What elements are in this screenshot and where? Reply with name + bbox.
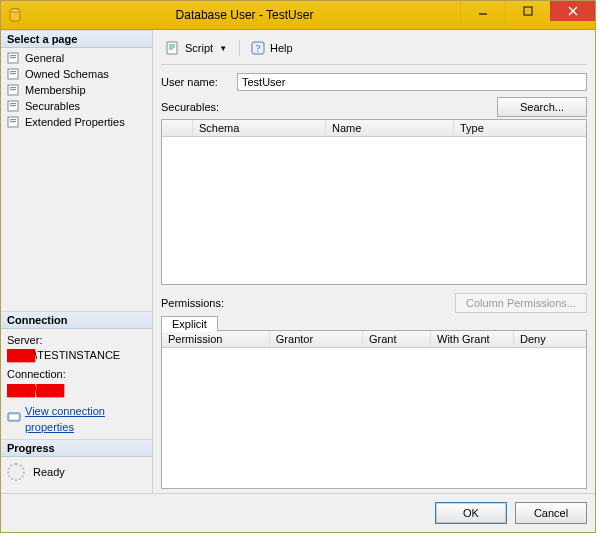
progress-spinner-icon	[7, 463, 25, 481]
page-label: General	[25, 52, 64, 64]
permissions-grid-header: Permission Grantor Grant With Grant Deny	[162, 331, 586, 348]
svg-rect-7	[10, 55, 16, 56]
progress-status: Ready	[33, 466, 65, 478]
page-item-extended-properties[interactable]: Extended Properties	[5, 114, 148, 130]
script-label: Script	[185, 42, 213, 54]
footer: OK Cancel	[1, 493, 595, 532]
svg-rect-8	[10, 57, 16, 58]
page-label: Membership	[25, 84, 86, 96]
svg-rect-10	[10, 71, 16, 72]
dialog-window: Database User - TestUser Select a page	[0, 0, 596, 533]
col-schema: Schema	[193, 120, 326, 136]
col-name: Name	[326, 120, 454, 136]
svg-rect-16	[10, 103, 16, 104]
server-value: ████\TESTINSTANCE	[7, 348, 146, 363]
script-button[interactable]: Script ▼	[161, 38, 233, 58]
svg-rect-23	[167, 42, 177, 54]
col-deny: Deny	[514, 331, 586, 347]
help-label: Help	[270, 42, 293, 54]
ok-button[interactable]: OK	[435, 502, 507, 524]
username-row: User name:	[161, 73, 587, 91]
page-icon	[7, 83, 21, 97]
col-type: Type	[454, 120, 586, 136]
connection-header: Connection	[1, 311, 152, 329]
permissions-grid[interactable]: Permission Grantor Grant With Grant Deny	[161, 330, 587, 489]
svg-rect-14	[10, 89, 16, 90]
svg-point-1	[10, 9, 20, 12]
page-item-securables[interactable]: Securables	[5, 98, 148, 114]
script-icon	[165, 40, 181, 56]
svg-text:?: ?	[256, 43, 261, 54]
progress-header: Progress	[1, 439, 152, 457]
connection-value: ████\████	[7, 383, 146, 398]
close-button[interactable]	[550, 1, 595, 21]
page-item-owned-schemas[interactable]: Owned Schemas	[5, 66, 148, 82]
tab-explicit[interactable]: Explicit	[161, 316, 218, 332]
page-icon	[7, 115, 21, 129]
left-panel: Select a page General Owned Schemas	[1, 30, 153, 493]
securables-label: Securables:	[161, 101, 219, 113]
titlebar: Database User - TestUser	[1, 1, 595, 30]
col-permission: Permission	[162, 331, 270, 347]
page-list: General Owned Schemas Membership	[1, 50, 152, 130]
page-icon	[7, 51, 21, 65]
connection-label: Connection:	[7, 367, 146, 382]
app-icon	[7, 7, 23, 23]
connection-body: Server: ████\TESTINSTANCE Connection: ██…	[1, 329, 152, 439]
svg-rect-11	[10, 73, 16, 74]
svg-rect-3	[524, 7, 532, 15]
page-label: Extended Properties	[25, 116, 125, 128]
page-item-membership[interactable]: Membership	[5, 82, 148, 98]
permissions-label: Permissions:	[161, 297, 224, 309]
securables-header-row: Securables: Search...	[161, 97, 587, 117]
permissions-area: Explicit Permission Grantor Grant With G…	[161, 315, 587, 489]
securables-grid[interactable]: Schema Name Type	[161, 119, 587, 285]
page-label: Securables	[25, 100, 80, 112]
permissions-tabs: Explicit	[161, 315, 587, 331]
maximize-button[interactable]	[505, 1, 550, 21]
select-page-header: Select a page	[1, 30, 152, 48]
column-permissions-button: Column Permissions...	[455, 293, 587, 313]
window-title: Database User - TestUser	[29, 8, 460, 22]
help-button[interactable]: ? Help	[246, 38, 297, 58]
body-area: Select a page General Owned Schemas	[1, 30, 595, 493]
page-item-general[interactable]: General	[5, 50, 148, 66]
col-grantor: Grantor	[270, 331, 363, 347]
col-with-grant: With Grant	[431, 331, 514, 347]
page-icon	[7, 67, 21, 81]
svg-rect-13	[10, 87, 16, 88]
cancel-button[interactable]: Cancel	[515, 502, 587, 524]
search-button[interactable]: Search...	[497, 97, 587, 117]
minimize-button[interactable]	[460, 1, 505, 21]
window-buttons	[460, 1, 595, 29]
username-label: User name:	[161, 76, 231, 88]
svg-rect-17	[10, 105, 16, 106]
server-label: Server:	[7, 333, 146, 348]
svg-rect-22	[10, 415, 18, 419]
svg-rect-19	[10, 119, 16, 120]
chevron-down-icon: ▼	[217, 44, 229, 53]
toolbar: Script ▼ ? Help	[161, 36, 587, 65]
col-grant: Grant	[363, 331, 431, 347]
svg-rect-20	[10, 121, 16, 122]
view-connection-properties-link[interactable]: View connection properties	[25, 404, 146, 435]
connection-icon	[7, 410, 21, 428]
help-icon: ?	[250, 40, 266, 56]
page-icon	[7, 99, 21, 113]
toolbar-separator	[239, 40, 240, 56]
right-panel: Script ▼ ? Help User name: Securables: S…	[153, 30, 595, 493]
progress-body: Ready	[1, 457, 152, 487]
page-label: Owned Schemas	[25, 68, 109, 80]
permissions-label-row: Permissions: Column Permissions...	[161, 293, 587, 313]
securables-grid-header: Schema Name Type	[162, 120, 586, 137]
username-input[interactable]	[237, 73, 587, 91]
